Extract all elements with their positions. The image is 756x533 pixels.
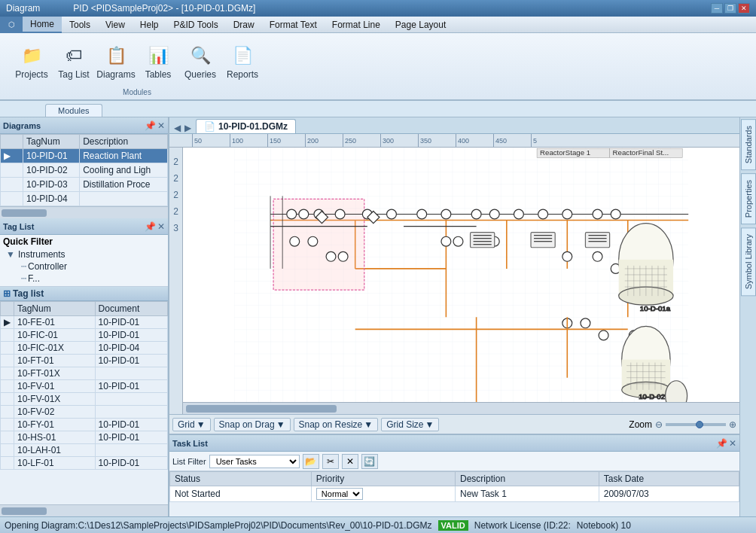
tag-scrollbar-thumb[interactable] [2,507,47,515]
canvas-scrollbar-horizontal[interactable] [183,402,739,414]
diagram-tagnum[interactable]: 10-PID-02 [23,163,80,178]
canvas-content[interactable]: ReactorStage 1 ReactorFinal St... [183,148,739,414]
task-btn-2[interactable]: ✂ [322,454,339,469]
table-row[interactable]: 10-LAH-01 [1,444,168,457]
tab-next-arrow[interactable]: ▶ [183,123,193,133]
grid-size-button[interactable]: Grid Size ▼ [381,418,439,431]
table-row[interactable]: 10-FIC-01 10-PID-01 [1,329,168,342]
menu-format-text[interactable]: Format Text [262,17,325,33]
menu-view[interactable]: View [98,17,133,33]
diagrams-close-icon[interactable]: ✕ [157,120,165,131]
task-row[interactable]: Not Started Normal High Low New Task 1 2… [170,486,739,502]
tag-num-cell[interactable]: 10-FT-01X [14,367,96,380]
tag-doc-cell: 10-PID-01 [95,329,167,342]
task-priority[interactable]: Normal High Low [311,486,455,502]
svg-point-42 [581,318,590,328]
tree-item-controller[interactable]: ┄ Controller [3,260,165,273]
diagrams-scrollbar[interactable] [0,206,168,218]
tag-num-cell[interactable]: 10-FV-01 [14,380,96,393]
tree-item-more[interactable]: ┄ F... [3,273,165,285]
table-row[interactable]: 10-FT-01 10-PID-01 [1,355,168,367]
tag-num-cell[interactable]: 10-LAH-01 [14,444,96,457]
ribbon-reports[interactable]: 📄 Reports [223,37,262,87]
table-row[interactable]: 10-FT-01X [1,367,168,380]
menu-home[interactable]: Home [23,17,62,33]
table-row[interactable]: 10-FY-01 10-PID-01 [1,419,168,431]
zoom-plus-icon[interactable]: ⊕ [729,419,736,430]
tag-num-cell[interactable]: 10-FIC-01X [14,342,96,355]
close-button[interactable]: ✕ [738,3,750,14]
tree-item-instruments[interactable]: ▼ Instruments [3,248,165,260]
table-row[interactable]: 10-FV-01 10-PID-01 [1,380,168,393]
table-row[interactable]: 10-PID-02 Cooling and Ligh [1,163,168,178]
side-tab-standards[interactable]: Standards [741,119,756,170]
grid-button[interactable]: Grid ▼ [172,418,211,431]
diagram-tagnum[interactable]: 10-PID-03 [23,178,80,192]
task-btn-1[interactable]: 📂 [303,454,319,469]
valid-badge: VALID [438,520,468,531]
table-row[interactable]: 10-PID-03 Distillation Proce [1,178,168,192]
task-description: New Task 1 [456,486,599,502]
restore-button[interactable]: ❐ [724,3,736,14]
diagram-description: Cooling and Ligh [80,163,168,178]
ribbon-queries[interactable]: 🔍 Queries [181,37,220,87]
side-tab-symbol-library[interactable]: Symbol Library [741,227,756,296]
tag-list-pin-icon[interactable]: 📌 [145,221,156,232]
menu-tools[interactable]: Tools [62,17,98,33]
zoom-minus-icon[interactable]: ⊖ [655,419,663,430]
snap-drag-button[interactable]: Snap on Drag ▼ [214,418,291,431]
table-row[interactable]: ▶ 10-FE-01 10-PID-01 [1,316,168,329]
tag-num-cell[interactable]: 10-FV-02 [14,406,96,419]
menu-page-layout[interactable]: Page Layout [388,17,453,33]
scrollbar-thumb[interactable] [2,209,47,217]
table-row[interactable]: ▶ 10-PID-01 Reaction Plant [1,149,168,163]
tag-num-cell[interactable]: 10-FT-01 [14,355,96,367]
tag-num-cell[interactable]: 10-FIC-01 [14,329,96,342]
table-row[interactable]: 10-FIC-01X 10-PID-04 [1,342,168,355]
task-filter-select[interactable]: User Tasks [209,455,300,468]
tag-num-cell[interactable]: 10-FV-01X [14,393,96,406]
tab-prev-arrow[interactable]: ◀ [172,123,182,133]
diagrams-pin-icon[interactable]: 📌 [145,120,156,131]
tag-num-cell[interactable]: 10-FE-01 [14,316,96,329]
side-tab-properties[interactable]: Properties [741,173,756,224]
tag-num-cell[interactable]: 10-HS-01 [14,431,96,444]
tag-list-close-icon[interactable]: ✕ [157,221,165,232]
task-btn-4[interactable]: 🔄 [361,454,378,469]
zoom-slider[interactable] [666,423,726,426]
task-pin-icon[interactable]: 📌 [716,438,727,449]
ribbon-diagrams[interactable]: 📋 Diagrams [96,37,136,87]
tag-num-cell[interactable]: 10-LF-01 [14,457,96,470]
row-indicator [1,178,23,192]
modules-tab-item[interactable]: Modules [45,104,102,117]
svg-point-43 [599,330,608,340]
snap-resize-button[interactable]: Snap on Resize ▼ [294,418,379,431]
task-btn-3[interactable]: ✕ [342,454,358,469]
svg-point-21 [387,209,397,219]
tag-list-scrollbar[interactable] [0,504,168,516]
ribbon-tag-list[interactable]: 🏷 Tag List [54,37,93,87]
table-row[interactable]: 10-HS-01 10-PID-01 [1,431,168,444]
canvas-area[interactable]: 50 100 150 200 250 300 350 400 450 5 2 2… [169,134,739,414]
priority-select[interactable]: Normal High Low [316,488,363,500]
diagram-tagnum[interactable]: 10-PID-04 [23,192,80,206]
tag-doc-cell: 10-PID-01 [95,355,167,367]
ribbon-tables[interactable]: 📊 Tables [139,37,178,87]
task-close-icon[interactable]: ✕ [729,438,736,449]
menu-draw[interactable]: Draw [226,17,262,33]
table-row[interactable]: 10-LF-01 10-PID-01 [1,457,168,470]
table-row[interactable]: 10-PID-04 [1,192,168,206]
tag-num-cell[interactable]: 10-FY-01 [14,419,96,431]
ribbon-projects[interactable]: 📁 Projects [12,37,51,87]
menu-pid-tools[interactable]: P&ID Tools [166,17,226,33]
doc-tab-active[interactable]: 📄 10-PID-01.DGMz [196,119,296,133]
diagram-tagnum[interactable]: 10-PID-01 [23,149,80,163]
table-row[interactable]: 10-FV-01X [1,393,168,406]
minimize-button[interactable]: ─ [711,3,723,14]
menu-format-line[interactable]: Format Line [325,17,388,33]
svg-point-19 [335,209,345,219]
menu-help[interactable]: Help [133,17,166,33]
task-list-title: Task List [172,439,208,448]
h-scrollbar-thumb[interactable] [186,405,337,413]
table-row[interactable]: 10-FV-02 [1,406,168,419]
